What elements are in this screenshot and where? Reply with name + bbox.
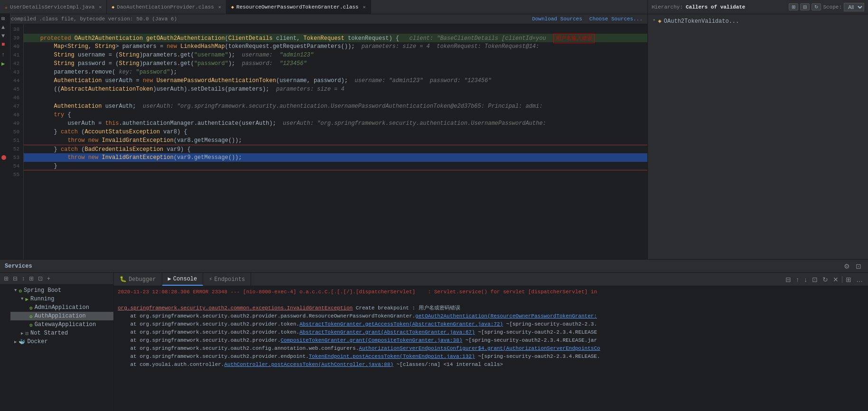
tab-debugger-label: Debugger xyxy=(129,276,156,283)
line-num-47: 47 xyxy=(0,102,23,111)
services-panel: Services ⚙ ⊡ ⊞ ⊟ ↕ ⊞ ⊡ + xyxy=(0,259,868,411)
abstract-token-grant-link[interactable]: AbstractTokenGranter.grant(AbstractToken… xyxy=(299,329,475,335)
hierarchy-title: Callers of validate xyxy=(686,4,745,10)
tree-item-running[interactable]: ▼ ▶ Running xyxy=(10,295,113,303)
log-line-9: at org.springframework.security.oauth2.p… xyxy=(118,353,864,361)
tree-item-admin[interactable]: ✿ AdminApplication xyxy=(10,303,113,312)
choose-sources-link[interactable]: Choose Sources... xyxy=(589,16,643,22)
log-line-4: at org.springframework.security.oauth2.p… xyxy=(118,312,864,320)
code-line-41: String username = (String)parameters.get… xyxy=(24,51,647,59)
log-line-10: at com.youlai.auth.controller.AuthContro… xyxy=(118,361,864,369)
tab-endpoints[interactable]: ⚡ Endpoints xyxy=(203,273,251,286)
tree-label-admin: AdminApplication xyxy=(35,304,89,311)
tab-dao[interactable]: ◆ DaoAuthenticationProvider.class ✕ xyxy=(107,0,226,14)
app-icon-admin: ✿ xyxy=(29,305,33,311)
tab-bar: ☕ UserDetailsServiceImpl.java ✕ ◆ DaoAut… xyxy=(0,0,868,14)
tab-console[interactable]: ▶ Console xyxy=(162,273,204,286)
line-num-44: 44 xyxy=(0,76,23,85)
console-btn-4[interactable]: ⊡ xyxy=(811,275,819,284)
console-tabs: 🐛 Debugger ▶ Console ⚡ Endpoints ⊟ ↑ xyxy=(114,273,868,286)
code-content[interactable]: 38 → 39 40 41 42 43 44 45 46 47 48 xyxy=(0,24,647,259)
console-btn-5[interactable]: ↻ xyxy=(821,275,830,284)
services-header: Services ⚙ ⊡ xyxy=(0,260,868,273)
toolbar-sep xyxy=(842,276,842,283)
code-lines[interactable]: protected OAuth2Authentication getOAuth2… xyxy=(24,24,647,259)
log-line-6: at org.springframework.security.oauth2.p… xyxy=(118,328,864,336)
console-btn-6[interactable]: ✕ xyxy=(831,275,840,284)
hierarchy-expand-btn[interactable]: ⊞ xyxy=(789,3,798,10)
services-header-right: ⚙ ⊡ xyxy=(842,262,863,271)
abstract-token-granter-link[interactable]: AbstractTokenGranter.getAccessToken(Abst… xyxy=(299,321,503,327)
tab-resource-owner[interactable]: ◆ ResourceOwnerPasswordTokenGranter.clas… xyxy=(226,0,371,14)
services-settings-btn[interactable]: ⚙ xyxy=(842,262,852,271)
line-num-46: 46 xyxy=(0,93,23,102)
expand-arrow-docker: ▶ xyxy=(14,339,17,345)
tree-items-container: ▼ ✿ Spring Boot ▼ ▶ Running ✿ xyxy=(10,286,113,346)
line-num-50: 50 xyxy=(0,128,23,136)
tree-label-gateway: GatewayApplication xyxy=(35,321,96,328)
tree-expand-all-btn[interactable]: ⊞ xyxy=(2,274,10,283)
tab-close-icon[interactable]: ✕ xyxy=(218,4,221,10)
console-btn-8[interactable]: … xyxy=(855,275,864,284)
decompile-info: Decompiled .class file, bytecode version… xyxy=(5,16,177,22)
authz-configurer-link[interactable]: AuthorizationServerEndpointsConfigurer$4… xyxy=(359,346,600,351)
code-line-44: Authentication userAuth = new UsernamePa… xyxy=(24,76,647,85)
expand-arrow-notstarted: ▶ xyxy=(21,331,23,336)
console-btn-1[interactable]: ⊟ xyxy=(784,275,793,284)
tree-group-btn[interactable]: ⊞ xyxy=(28,274,35,283)
log-line-1: 2020-11-23 12:08:28.306 ERROR 23348 --- … xyxy=(118,288,864,296)
app-icon-auth: ✿ xyxy=(29,313,33,319)
code-line-42: String password = (String)parameters.get… xyxy=(24,59,647,68)
decompile-bar: Decompiled .class file, bytecode version… xyxy=(0,14,647,24)
asterisk-icon: * xyxy=(653,19,656,24)
tree-item-spring-boot[interactable]: ▼ ✿ Spring Boot xyxy=(10,286,113,295)
hierarchy-refresh-btn[interactable]: ↻ xyxy=(812,3,821,10)
log-line-5: at org.springframework.security.oauth2.p… xyxy=(118,320,864,328)
tree-content: ⊞ ▲ ▼ ■ ↑ ▶ ▼ ✿ Spring Boot xyxy=(0,285,113,411)
log-line-blank xyxy=(118,296,864,304)
tree-sort-btn[interactable]: ↕ xyxy=(20,274,26,283)
code-line-53: throw new InvalidGrantException(var9.get… xyxy=(24,153,647,162)
tab-userdetails[interactable]: ☕ UserDetailsServiceImpl.java ✕ xyxy=(0,0,107,14)
line-num-49: 49 xyxy=(0,119,23,128)
tree-item-not-started[interactable]: ▶ ⊡ Not Started xyxy=(10,329,113,337)
line-num-51: 51 xyxy=(0,136,23,145)
services-window-btn[interactable]: ⊡ xyxy=(854,262,863,271)
console-play-icon: ▶ xyxy=(168,275,171,282)
tree-filter-btn[interactable]: ⊡ xyxy=(37,274,44,283)
download-sources-link[interactable]: Download Sources xyxy=(532,16,582,22)
code-line-48: try { xyxy=(24,111,647,119)
tab-console-label: Console xyxy=(173,276,197,282)
composite-granter-link[interactable]: CompositeTokenGranter.grant(CompositeTok… xyxy=(280,337,462,343)
endpoints-icon: ⚡ xyxy=(209,276,212,283)
tree-collapse-all-btn[interactable]: ⊟ xyxy=(11,274,19,283)
tab-close-icon[interactable]: ✕ xyxy=(99,4,102,10)
tree-item-auth[interactable]: ✿ AuthApplication xyxy=(10,312,113,320)
class-icon: ◆ xyxy=(112,4,114,10)
tree-item-docker[interactable]: ▶ 🐳 Docker xyxy=(10,337,113,346)
scope-dropdown[interactable]: All xyxy=(844,3,864,11)
hierarchy-content: * ◈ OAuth2TokenValidato... xyxy=(648,14,868,259)
console-right-toolbar: ⊟ ↑ ↓ ⊡ ↻ ✕ ⊞ … xyxy=(780,273,868,286)
tree-toolbar: ⊞ ⊟ ↕ ⊞ ⊡ + xyxy=(0,273,113,285)
code-panel: Decompiled .class file, bytecode version… xyxy=(0,14,647,259)
console-btn-7[interactable]: ⊞ xyxy=(844,275,853,284)
tab-debugger[interactable]: 🐛 Debugger xyxy=(114,273,162,286)
token-endpoint-link[interactable]: TokenEndpoint.postAccessToken(TokenEndpo… xyxy=(309,354,475,359)
tree-add-btn[interactable]: + xyxy=(46,274,52,283)
console-content[interactable]: 2020-11-23 12:08:28.306 ERROR 23348 --- … xyxy=(114,286,868,411)
line-num-52: 52 xyxy=(0,145,23,153)
tree-item-gateway[interactable]: ✿ GatewayApplication xyxy=(10,320,113,329)
expand-arrow-running: ▼ xyxy=(21,297,23,301)
console-btn-3[interactable]: ↓ xyxy=(803,275,809,284)
app-icon-gateway: ✿ xyxy=(29,322,33,328)
hierarchy-root-item[interactable]: * ◈ OAuth2TokenValidato... xyxy=(650,17,866,26)
console-btn-2[interactable]: ↑ xyxy=(794,275,801,284)
line-num-48: 48 xyxy=(0,111,23,119)
auth-controller-link[interactable]: AuthController.postAccessToken(AuthContr… xyxy=(224,362,393,367)
getOAuth2-link[interactable]: getOAuth2Authentication(ResourceOwnerPas… xyxy=(415,313,597,319)
tab-label: UserDetailsServiceImpl.java xyxy=(10,4,94,10)
hierarchy-collapse-btn[interactable]: ⊟ xyxy=(800,3,810,10)
tab-close-icon[interactable]: ✕ xyxy=(363,4,365,10)
notstarted-icon: ⊡ xyxy=(25,330,28,336)
